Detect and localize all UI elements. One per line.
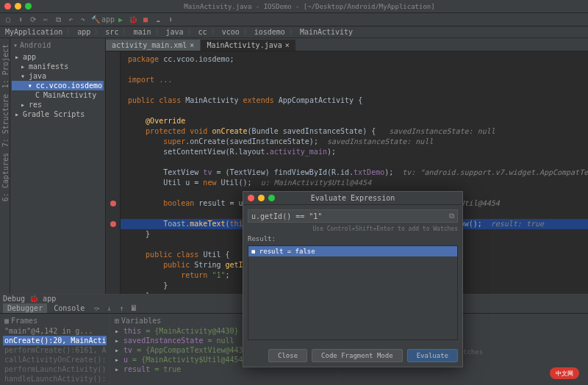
copy-icon[interactable]: ⧉ — [53, 15, 63, 25]
crumb[interactable]: MyApplication — [3, 27, 65, 37]
step-into-icon[interactable]: ↓ — [104, 303, 114, 313]
crumb[interactable]: vcoo — [220, 27, 242, 37]
save-icon[interactable]: ⬇ — [15, 15, 26, 25]
result-label: Result: — [248, 235, 458, 242]
calculator-icon[interactable]: 🖩 — [129, 303, 139, 313]
undo-icon[interactable]: ↶ — [65, 15, 76, 25]
run-icon[interactable]: ▶ — [115, 15, 126, 25]
editor-tabs[interactable]: activity_main.xml×MainActivity.java× — [106, 38, 588, 51]
traffic-lights[interactable] — [4, 3, 32, 10]
project-tab: 1: Project — [0, 44, 10, 88]
code-line[interactable]: import ... — [128, 75, 588, 85]
hammer-icon[interactable]: 🔨 — [90, 15, 101, 25]
project-tree[interactable]: ▸app▸manifests▾java▾cc.vcoo.iosdemoCMain… — [12, 52, 104, 119]
dialog-traffic-lights — [248, 195, 275, 201]
breadcrumb: MyApplication〉app〉src〉main〉java〉cc〉vcoo〉… — [0, 26, 588, 38]
project-panel: ▾Android ▸app▸manifests▾java▾cc.vcoo.ios… — [10, 38, 106, 294]
window-titlebar: MainActivity.java - IOSDemo - [~/Desktop… — [0, 0, 588, 13]
step-out-icon[interactable]: ↑ — [116, 303, 126, 313]
code-line[interactable] — [128, 65, 588, 75]
code-line[interactable]: super.onCreate(savedInstanceState); save… — [128, 137, 588, 147]
code-line[interactable]: public class MainActivity extends AppCom… — [128, 96, 588, 106]
watermark-badge: 中文网 — [550, 367, 579, 379]
crumb[interactable]: iosdemo — [252, 27, 287, 37]
result-row[interactable]: ◼ result = false — [248, 246, 457, 256]
expression-input[interactable]: u.getId() == "1"⧉ — [248, 209, 458, 223]
frame-row[interactable]: callActivityOnCreate():1154, Instrument — [3, 355, 107, 364]
tree-item[interactable]: ▸res — [12, 100, 104, 109]
editor-tab[interactable]: MainActivity.java× — [201, 40, 295, 51]
sync-icon[interactable]: ⟳ — [28, 15, 38, 25]
code-line[interactable]: package cc.vcoo.iosdemo; — [128, 54, 588, 65]
close-button[interactable]: Close — [268, 349, 307, 362]
crumb[interactable]: main — [131, 27, 153, 37]
debug-icon[interactable]: 🐞 — [128, 15, 138, 25]
evaluate-expression-dialog: Evaluate Expression u.getId() == "1"⧉ Us… — [243, 191, 463, 367]
main-toolbar: ▢ ⬇ ⟳ ✂ ⧉ ↶ ↷ 🔨 app ▶ 🐞 ■ ☁ ⬇ — [0, 13, 588, 26]
code-line[interactable]: @Override — [128, 116, 588, 126]
avd-icon[interactable]: ☁ — [153, 15, 163, 25]
cut-icon[interactable]: ✂ — [40, 15, 51, 25]
console-tab[interactable]: Console — [49, 303, 89, 313]
run-config[interactable]: app — [103, 15, 113, 25]
fragment-mode-button[interactable]: Code Fragment Mode — [312, 349, 403, 362]
dialog-hint: Use Control+Shift+Enter to add to Watche… — [248, 226, 458, 232]
close-icon: × — [190, 41, 194, 49]
frame-row[interactable]: onCreate():20, MainActivity (cc.vcoo.ios… — [3, 336, 107, 345]
crumb[interactable]: cc — [196, 27, 209, 37]
editor-tab[interactable]: activity_main.xml× — [106, 40, 200, 51]
captures-tab: 6: Captures — [0, 153, 10, 201]
stop-icon[interactable]: ■ — [140, 15, 151, 25]
code-line[interactable]: Util u = new Util(); u: MainActivity$Uti… — [128, 178, 588, 188]
crumb[interactable]: app — [75, 27, 93, 37]
frame-row[interactable]: performLaunchActivity():2385, ActivityTh — [3, 364, 107, 374]
code-line[interactable]: protected void onCreate(Bundle savedInst… — [128, 126, 588, 137]
crumb[interactable]: MainActivity — [298, 27, 355, 37]
crumb[interactable]: java — [164, 27, 186, 37]
code-line[interactable] — [128, 157, 588, 168]
dialog-titlebar[interactable]: Evaluate Expression — [243, 192, 462, 205]
breakpoint-icon[interactable] — [110, 201, 116, 206]
crumb[interactable]: src — [103, 27, 121, 37]
close-icon: × — [285, 41, 290, 49]
tree-item[interactable]: ▸app — [12, 52, 104, 62]
code-line[interactable] — [128, 85, 588, 96]
code-line[interactable] — [128, 106, 588, 116]
frame-row[interactable]: "main"@4,142 in g... — [3, 326, 107, 336]
frames-header: ▦Frames — [3, 315, 107, 326]
gutter[interactable] — [106, 51, 121, 294]
breakpoint-icon[interactable] — [110, 221, 116, 227]
frames-panel[interactable]: ▦Frames "main"@4,142 in g...onCreate():2… — [0, 314, 110, 385]
redo-icon[interactable]: ↷ — [78, 15, 88, 25]
tree-item[interactable]: ▸manifests — [12, 62, 104, 71]
tree-item[interactable]: ▸Gradle Scripts — [12, 109, 104, 119]
window-title: MainActivity.java - IOSDemo - [~/Desktop… — [35, 3, 584, 10]
open-icon[interactable]: ▢ — [3, 15, 13, 25]
evaluate-button[interactable]: Evaluate — [407, 349, 458, 362]
code-line[interactable]: TextView tv = (TextView) findViewById(R.… — [128, 168, 588, 178]
frame-row[interactable]: handleLaunchActivity():2492, ActivityThr — [3, 374, 107, 384]
structure-tab: 7: Structure — [0, 94, 10, 147]
left-toolwindow-bar[interactable]: 1: Project 7: Structure 6: Captures — [0, 38, 10, 294]
result-panel[interactable]: ◼ result = false — [248, 245, 458, 340]
tree-item[interactable]: ▾cc.vcoo.iosdemo — [12, 81, 104, 90]
debugger-tab[interactable]: Debugger — [3, 303, 47, 313]
code-line[interactable]: setContentView(R.layout.activity_main); — [128, 147, 588, 157]
frame-row[interactable]: performCreate():6161, Activity (android — [3, 345, 107, 355]
step-over-icon[interactable]: ⤼ — [91, 303, 101, 313]
history-icon: ⧉ — [449, 212, 454, 220]
tree-item[interactable]: CMainActivity — [12, 90, 104, 100]
tree-item[interactable]: ▾java — [12, 71, 104, 81]
project-header[interactable]: ▾Android — [12, 40, 104, 51]
sdk-icon[interactable]: ⬇ — [165, 15, 176, 25]
